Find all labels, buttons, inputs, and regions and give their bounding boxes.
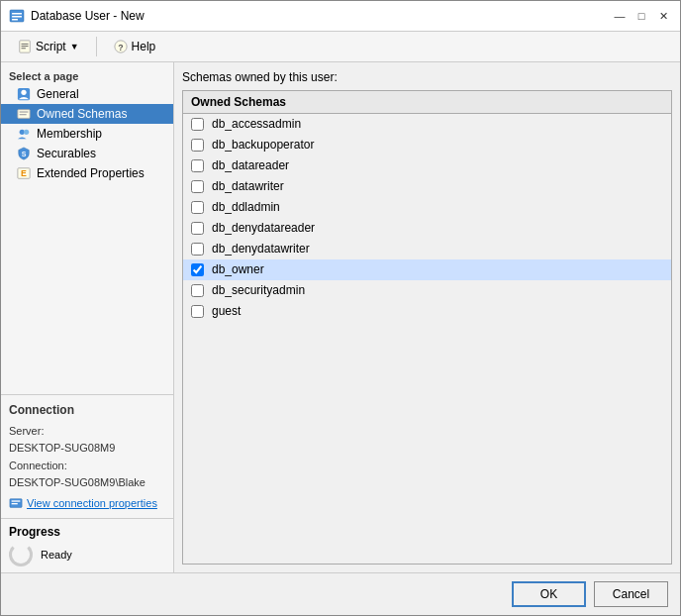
right-panel: Schemas owned by this user: Owned Schema… [174, 62, 680, 572]
window-icon [9, 8, 25, 24]
svg-rect-1 [12, 13, 22, 15]
schema-name: db_securityadmin [212, 283, 305, 297]
schema-checkbox[interactable] [191, 159, 204, 172]
progress-spinner [9, 543, 33, 566]
close-button[interactable]: ✕ [654, 7, 672, 25]
schema-row[interactable]: db_denydatareader [183, 218, 671, 239]
svg-point-16 [24, 130, 29, 135]
schema-row[interactable]: db_datawriter [183, 176, 671, 197]
schema-checkbox[interactable] [191, 263, 204, 276]
sidebar-section-label: Select a page [1, 66, 173, 84]
sidebar-item-general[interactable]: General [1, 84, 173, 104]
script-button[interactable]: Script ▼ [9, 36, 88, 57]
schema-name: guest [212, 304, 241, 318]
toolbar-divider [96, 37, 97, 56]
schema-row[interactable]: db_denydatawriter [183, 239, 671, 259]
svg-rect-2 [12, 16, 22, 18]
dialog-footer: OK Cancel [1, 572, 680, 615]
window-title: Database User - New [31, 9, 145, 23]
schema-row[interactable]: db_ddladmin [183, 197, 671, 218]
sidebar-item-owned-schemas-label: Owned Schemas [37, 107, 127, 121]
toolbar: Script ▼ ? Help [1, 32, 680, 62]
svg-point-11 [21, 90, 26, 95]
connection-link-icon [9, 496, 23, 510]
progress-area: Ready [9, 543, 165, 566]
view-connection-link[interactable]: View connection properties [9, 496, 165, 510]
progress-title: Progress [9, 525, 165, 539]
title-bar-left: Database User - New [9, 8, 145, 24]
script-icon [18, 40, 32, 53]
schema-name: db_ddladmin [212, 200, 280, 214]
membership-icon [17, 127, 31, 141]
svg-rect-21 [12, 500, 21, 501]
sidebar-item-owned-schemas[interactable]: Owned Schemas [1, 104, 173, 124]
schema-row[interactable]: guest [183, 301, 671, 322]
schema-checkbox[interactable] [191, 180, 204, 193]
title-controls: — □ ✕ [611, 7, 672, 25]
svg-rect-13 [20, 111, 29, 112]
main-content: Select a page General Owned Schemas [1, 62, 680, 572]
server-value: DESKTOP-SUG08M9 [9, 442, 115, 454]
sidebar-item-extended-properties[interactable]: E Extended Properties [1, 163, 173, 183]
schema-row[interactable]: db_securityadmin [183, 280, 671, 301]
schema-checkbox[interactable] [191, 201, 204, 214]
connection-section: Connection Server: DESKTOP-SUG08M9 Conne… [1, 394, 173, 518]
schema-name: db_owner [212, 262, 264, 276]
schema-name: db_backupoperator [212, 138, 314, 152]
sidebar-item-securables-label: Securables [37, 147, 96, 160]
svg-rect-14 [20, 114, 27, 115]
schema-list: db_accessadmindb_backupoperatordb_datare… [183, 114, 671, 564]
help-button[interactable]: ? Help [105, 36, 165, 57]
svg-rect-3 [12, 19, 18, 21]
sidebar-item-membership-label: Membership [37, 127, 102, 141]
progress-section: Progress Ready [1, 518, 173, 572]
view-connection-label: View connection properties [27, 497, 157, 509]
schema-row[interactable]: db_owner [183, 259, 671, 280]
schema-name: db_denydatawriter [212, 242, 310, 256]
schema-checkbox[interactable] [191, 305, 204, 318]
schema-checkbox[interactable] [191, 284, 204, 297]
schema-checkbox[interactable] [191, 222, 204, 235]
sidebar: Select a page General Owned Schemas [1, 62, 174, 572]
title-bar: Database User - New — □ ✕ [1, 1, 680, 32]
cancel-button[interactable]: Cancel [594, 581, 668, 607]
minimize-button[interactable]: — [611, 7, 629, 25]
svg-text:E: E [21, 168, 27, 178]
schema-name: db_accessadmin [212, 117, 301, 131]
schema-name: db_datawriter [212, 179, 284, 193]
schema-checkbox[interactable] [191, 118, 204, 131]
schema-row[interactable]: db_backupoperator [183, 135, 671, 155]
sidebar-item-general-label: General [37, 87, 79, 101]
general-icon [17, 87, 31, 101]
help-label: Help [132, 40, 156, 53]
extended-properties-icon: E [17, 166, 31, 180]
owned-schemas-icon [17, 107, 31, 121]
svg-rect-22 [12, 503, 18, 504]
svg-text:S: S [22, 151, 27, 157]
sidebar-item-securables[interactable]: S Securables [1, 144, 173, 163]
sidebar-spacer [1, 183, 173, 394]
connection-value: DESKTOP-SUG08M9\Blake [9, 476, 146, 488]
connection-title: Connection [9, 403, 165, 417]
svg-text:?: ? [118, 43, 123, 52]
schema-row[interactable]: db_accessadmin [183, 114, 671, 135]
schema-name: db_datareader [212, 158, 289, 172]
schema-box-header: Owned Schemas [183, 91, 671, 114]
connection-info: Server: DESKTOP-SUG08M9 Connection: DESK… [9, 423, 165, 492]
sidebar-item-extended-properties-label: Extended Properties [37, 166, 145, 180]
connection-label: Connection: [9, 460, 67, 471]
ok-button[interactable]: OK [512, 581, 586, 607]
schema-row[interactable]: db_datareader [183, 155, 671, 176]
sidebar-item-membership[interactable]: Membership [1, 124, 173, 144]
panel-description: Schemas owned by this user: [182, 70, 672, 84]
server-label: Server: [9, 425, 44, 437]
schema-name: db_denydatareader [212, 221, 315, 235]
schema-checkbox[interactable] [191, 243, 204, 256]
schema-checkbox[interactable] [191, 139, 204, 152]
maximize-button[interactable]: □ [632, 7, 650, 25]
progress-status: Ready [41, 549, 72, 561]
help-icon: ? [114, 40, 128, 53]
securables-icon: S [17, 147, 31, 160]
script-label: Script [36, 40, 66, 53]
script-dropdown-icon: ▼ [70, 42, 79, 51]
